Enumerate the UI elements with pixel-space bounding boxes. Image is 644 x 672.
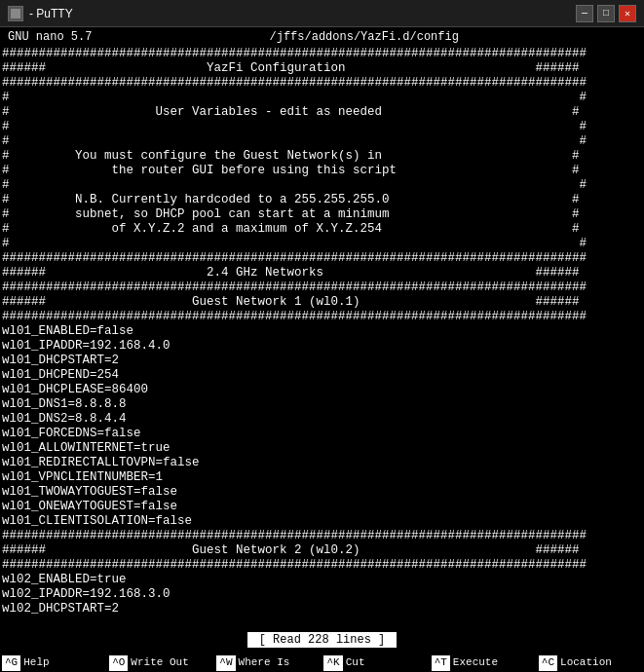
editor-line: wl01_DHCPLEASE=86400 <box>0 383 644 397</box>
editor-line: # You must configure the Guest Network(s… <box>0 149 644 164</box>
shortcut-label: Help <box>23 656 49 669</box>
nano-filename: /jffs/addons/YazFi.d/config <box>269 30 458 44</box>
editor-line: ########################################… <box>0 529 644 543</box>
editor-line: ###### 2.4 GHz Networks ###### <box>0 266 644 280</box>
editor-line: # # <box>0 91 644 105</box>
shortcut-key: ^G <box>2 655 20 670</box>
nano-header: GNU nano 5.7 /jffs/addons/YazFi.d/config <box>0 27 644 47</box>
title-bar-controls: — □ ✕ <box>576 5 636 22</box>
status-bar: [ Read 228 lines ] <box>0 631 644 649</box>
editor-line: wl02_DHCPSTART=2 <box>0 602 644 616</box>
editor-line: wl01_REDIRECTALLTOVPN=false <box>0 456 644 470</box>
shortcut-label: Write Out <box>131 656 188 669</box>
editor-line: # # <box>0 178 644 193</box>
editor-line: wl01_ONEWAYTOGUEST=false <box>0 500 644 514</box>
shortcut-item[interactable]: ^GHelp <box>0 649 107 672</box>
title-bar-left: - PuTTY <box>8 6 73 21</box>
editor-line: wl01_ALLOWINTERNET=true <box>0 441 644 456</box>
editor-line: ########################################… <box>0 310 644 324</box>
shortcut-key: ^T <box>432 655 450 670</box>
close-button[interactable]: ✕ <box>619 5 636 22</box>
editor-line: # # <box>0 120 644 134</box>
shortcut-key: ^K <box>323 655 342 670</box>
editor-line: ########################################… <box>0 47 644 61</box>
maximize-button[interactable]: □ <box>597 5 615 22</box>
shortcut-item[interactable]: ^TExecute <box>430 649 537 672</box>
editor-line: # the router GUI before using this scrip… <box>0 164 644 178</box>
editor-line: # User Variables - edit as needed # <box>0 105 644 120</box>
editor-line: wl02_IPADDR=192.168.3.0 <box>0 587 644 602</box>
editor-line: wl01_TWOWAYTOGUEST=false <box>0 485 644 500</box>
svg-rect-1 <box>11 9 20 19</box>
shortcut-item[interactable]: ^WWhere Is <box>214 649 322 672</box>
minimize-button[interactable]: — <box>576 5 593 22</box>
title-bar: - PuTTY — □ ✕ <box>0 0 644 27</box>
shortcut-label: Where Is <box>239 656 290 669</box>
editor-line: wl01_VPNCLIENTNUMBER=1 <box>0 470 644 485</box>
editor-line: ###### Guest Network 2 (wl0.2) ###### <box>0 543 644 558</box>
editor-line: ########################################… <box>0 251 644 266</box>
shortcut-bar-row1: ^GHelp^OWrite Out^WWhere Is^KCut^TExecut… <box>0 649 644 672</box>
editor-line: # subnet, so DHCP pool can start at a mi… <box>0 207 644 222</box>
shortcut-key: ^C <box>539 655 557 670</box>
app-icon <box>8 6 23 21</box>
editor-area[interactable]: ########################################… <box>0 47 644 631</box>
shortcut-item[interactable]: ^OWrite Out <box>107 649 214 672</box>
shortcut-label: Location <box>560 656 612 669</box>
status-message: [ Read 228 lines ] <box>247 632 398 648</box>
editor-line: ########################################… <box>0 558 644 573</box>
editor-line: ########################################… <box>0 76 644 91</box>
editor-line: # of X.Y.Z.2 and a maximum of X.Y.Z.254 … <box>0 222 644 237</box>
editor-line: wl01_CLIENTISOLATION=false <box>0 514 644 529</box>
shortcut-item[interactable]: ^KCut <box>322 649 429 672</box>
editor-line: wl02_ENABLED=true <box>0 573 644 587</box>
nano-version: GNU nano 5.7 <box>8 30 92 44</box>
editor-line: wl01_DHCPEND=254 <box>0 368 644 383</box>
editor-line: wl01_DNS2=8.8.4.4 <box>0 412 644 427</box>
shortcut-label: Cut <box>346 656 365 669</box>
editor-line: wl01_DHCPSTART=2 <box>0 354 644 368</box>
editor-line: # # <box>0 134 644 149</box>
editor-line: wl01_FORCEDNS=false <box>0 427 644 441</box>
shortcut-key: ^W <box>216 655 235 670</box>
shortcut-item[interactable]: ^CLocation <box>537 649 644 672</box>
title-bar-app-name: - PuTTY <box>29 7 73 20</box>
shortcut-key: ^O <box>109 655 128 670</box>
editor-line: ########################################… <box>0 280 644 295</box>
shortcut-label: Execute <box>453 656 498 669</box>
editor-line: wl01_ENABLED=false <box>0 324 644 339</box>
editor-line: # # <box>0 237 644 251</box>
editor-line: # N.B. Currently hardcoded to a 255.255.… <box>0 193 644 207</box>
editor-line: wl01_IPADDR=192.168.4.0 <box>0 339 644 354</box>
editor-line: wl01_DNS1=8.8.8.8 <box>0 397 644 412</box>
editor-line: ###### Guest Network 1 (wl0.1) ###### <box>0 295 644 310</box>
editor-line: ###### YazFi Configuration ###### <box>0 61 644 76</box>
